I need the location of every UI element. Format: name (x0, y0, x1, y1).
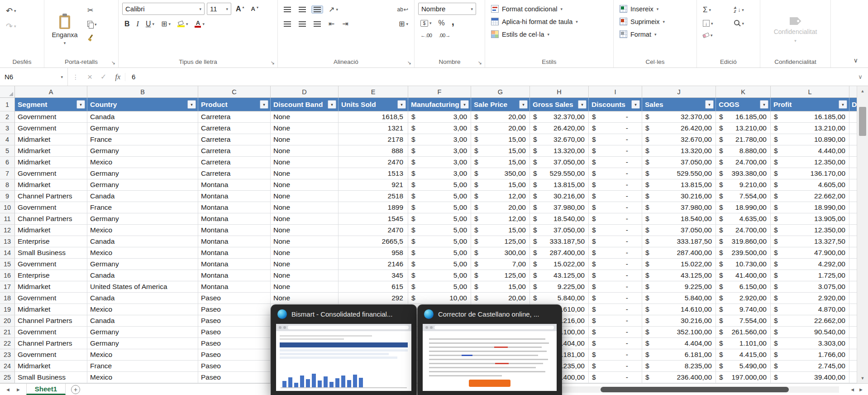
sheet-nav-left-icon[interactable]: ◄ (5, 387, 10, 392)
row-header[interactable]: 24 (0, 361, 15, 372)
cell[interactable]: $13.320,00 (530, 145, 589, 157)
cell[interactable]: $3,00 (408, 168, 471, 179)
vertical-scroll-thumb[interactable] (859, 107, 866, 136)
cell[interactable]: 2518 (339, 191, 408, 202)
row-header[interactable]: 15 (0, 259, 15, 270)
redo-button[interactable]: ↷▾ (4, 21, 40, 32)
cell[interactable]: $5.840,00 (530, 293, 589, 304)
cell[interactable]: 2146 (339, 259, 408, 270)
row-header[interactable]: 16 (0, 270, 15, 281)
row-header[interactable]: 9 (0, 191, 15, 202)
cell[interactable]: Germany (87, 123, 198, 134)
cell[interactable]: Midmarket (15, 281, 87, 293)
cell[interactable]: Paseo (198, 372, 271, 383)
cell[interactable]: $18.990,00 (771, 202, 849, 213)
cell[interactable] (849, 304, 857, 315)
bold-button[interactable]: B (122, 19, 132, 29)
cell[interactable]: $16.185,00 (771, 111, 849, 123)
cell[interactable]: $13.905,00 (771, 213, 849, 225)
filter-button[interactable]: ▾ (578, 100, 587, 109)
cell[interactable]: $4.870,00 (771, 304, 849, 315)
table-header-cell[interactable]: Units Sold▾ (339, 98, 408, 111)
cell[interactable]: $18.990,00 (716, 202, 771, 213)
cell[interactable]: $4.292,00 (771, 259, 849, 270)
cell[interactable] (849, 270, 857, 281)
cell[interactable] (849, 179, 857, 191)
cell[interactable]: Government (15, 327, 87, 338)
filter-button[interactable]: ▾ (460, 100, 469, 109)
table-header-cell[interactable]: Sale Price▾ (471, 98, 530, 111)
cell[interactable]: $13.815,00 (530, 179, 589, 191)
row-header[interactable]: 1 (0, 98, 15, 111)
cell[interactable]: $5.840,00 (642, 293, 716, 304)
cell[interactable]: $2.920,00 (716, 293, 771, 304)
cell[interactable]: Midmarket (15, 157, 87, 168)
cell[interactable]: $6.181,00 (642, 349, 716, 361)
cell[interactable]: None (271, 134, 339, 145)
cell[interactable]: Channel Partners (15, 315, 87, 327)
cell[interactable]: Mexico (87, 225, 198, 236)
cell[interactable]: 2665,5 (339, 236, 408, 247)
accounting-format-button[interactable]: $▾ (418, 19, 434, 28)
cell[interactable]: $4.605,00 (771, 179, 849, 191)
cell[interactable]: None (271, 247, 339, 259)
cell[interactable]: 1899 (339, 202, 408, 213)
horizontal-scroll-thumb[interactable] (601, 387, 789, 392)
cell[interactable]: Paseo (198, 361, 271, 372)
find-select-button[interactable]: ▾ (732, 19, 757, 28)
formula-bar-expand-icon[interactable]: ∨ (853, 73, 868, 80)
cell[interactable]: $26.420,00 (642, 123, 716, 134)
cell[interactable]: $37.050,00 (642, 157, 716, 168)
cell[interactable]: Montana (198, 202, 271, 213)
ribbon-collapse-icon[interactable]: ∨ (854, 57, 858, 64)
paste-button[interactable]: Enganxa ▾ (48, 3, 81, 58)
cell[interactable]: $5,00 (408, 270, 471, 281)
cell[interactable]: $- (589, 213, 642, 225)
cell[interactable]: $5,00 (408, 213, 471, 225)
cell[interactable]: $352.100,00 (642, 327, 716, 338)
row-header[interactable]: 2 (0, 111, 15, 123)
table-header-cell[interactable]: Manufacturing▾ (408, 98, 471, 111)
cell[interactable]: None (271, 202, 339, 213)
cell[interactable]: 1321 (339, 123, 408, 134)
increase-indent-button[interactable]: ⇥ (340, 19, 350, 29)
cell[interactable]: $350,00 (471, 168, 530, 179)
cell[interactable]: Montana (198, 259, 271, 270)
cell[interactable]: $- (589, 349, 642, 361)
table-header-cell[interactable]: Product▾ (198, 98, 271, 111)
cell[interactable]: $32.670,00 (642, 134, 716, 145)
fill-button[interactable]: ↓▾ (701, 19, 725, 28)
cell[interactable]: None (271, 259, 339, 270)
cell[interactable] (849, 202, 857, 213)
cell[interactable]: Midmarket (15, 179, 87, 191)
cell[interactable]: None (271, 236, 339, 247)
row-header[interactable]: 12 (0, 225, 15, 236)
cell[interactable]: $261.560,00 (716, 327, 771, 338)
cell[interactable]: $529.550,00 (530, 168, 589, 179)
column-header[interactable]: F (408, 86, 471, 98)
cell[interactable]: $32.370,00 (530, 111, 589, 123)
cell[interactable]: $12,00 (471, 213, 530, 225)
cell[interactable]: $30.216,00 (530, 191, 589, 202)
cell[interactable]: $5.490,00 (716, 361, 771, 372)
cell[interactable]: $32.370,00 (642, 111, 716, 123)
cell[interactable]: $197.000,00 (716, 372, 771, 383)
row-header[interactable]: 6 (0, 157, 15, 168)
italic-button[interactable]: I (134, 19, 141, 29)
format-painter-button[interactable] (85, 33, 99, 43)
cell[interactable]: Montana (198, 247, 271, 259)
cell[interactable]: Mexico (87, 304, 198, 315)
cell[interactable] (849, 168, 857, 179)
cell[interactable]: $37.980,00 (530, 202, 589, 213)
cell[interactable]: None (271, 111, 339, 123)
cell[interactable]: $21.780,00 (716, 134, 771, 145)
filter-button[interactable]: ▾ (760, 100, 768, 109)
cell[interactable]: 921 (339, 179, 408, 191)
cell[interactable]: 888 (339, 145, 408, 157)
cell[interactable] (849, 361, 857, 372)
cell[interactable]: $5,00 (408, 179, 471, 191)
cell[interactable]: $5,00 (408, 202, 471, 213)
cell[interactable]: $333.187,50 (530, 236, 589, 247)
cell[interactable]: $- (589, 157, 642, 168)
cell[interactable]: $529.550,00 (642, 168, 716, 179)
